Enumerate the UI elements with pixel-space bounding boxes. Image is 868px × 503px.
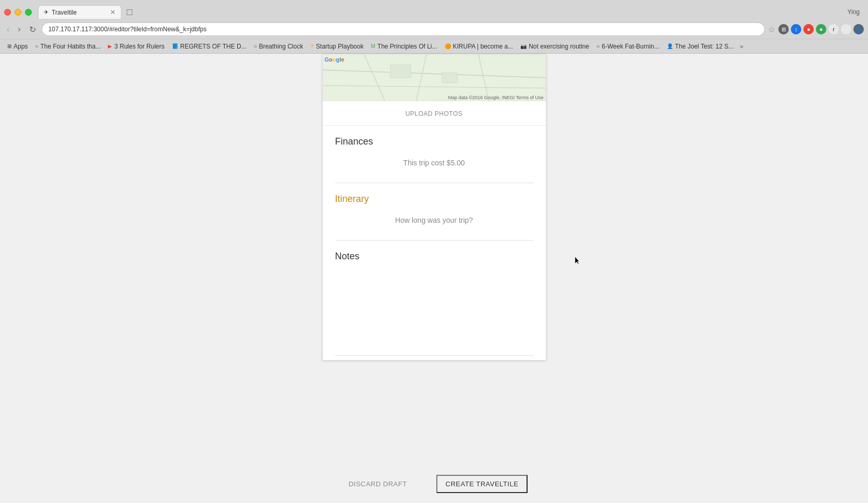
not-exercising-favicon: 📷 xyxy=(520,43,527,49)
breathing-clock-favicon: ○ xyxy=(254,43,257,49)
profile-icon[interactable]: 👤 xyxy=(853,24,864,34)
svg-rect-6 xyxy=(390,65,411,78)
bookmark-breathing-clock[interactable]: ○ Breathing Clock xyxy=(251,42,307,51)
bookmark-3-rules[interactable]: ▶ 3 Rules for Rulers xyxy=(105,42,167,51)
reload-button[interactable]: ↻ xyxy=(27,23,39,35)
google-logo: Google xyxy=(325,56,345,63)
title-bar: ✈ Traveltile ✕ □ Ying xyxy=(0,0,868,20)
page-content: Google Map data ©2016 Google, INEGI Term… xyxy=(0,54,868,503)
notes-title: Notes xyxy=(335,251,533,262)
bookmark-regrets[interactable]: 📘 REGRETS OF THE D... xyxy=(169,42,250,51)
bookmark-not-exercising[interactable]: 📷 Not exercising routine xyxy=(517,42,592,51)
extensions-icon[interactable]: ⊞ xyxy=(778,24,789,34)
toolbar-icons: ⊞ ↕ ● ● r 👤 xyxy=(778,24,864,34)
joel-test-favicon: 👤 xyxy=(667,43,673,49)
bookmark-startup-playbook-label: Startup Playbook xyxy=(316,43,363,50)
finances-section: Finances This trip cost $5.00 xyxy=(323,126,546,183)
bookmark-joel-test-label: The Joel Test: 12 S... xyxy=(675,43,734,50)
minimize-button[interactable] xyxy=(15,9,21,16)
maximize-button[interactable] xyxy=(25,9,32,16)
bookmark-startup-playbook[interactable]: Y Startup Playbook xyxy=(307,42,366,51)
itinerary-title: Itinerary xyxy=(335,194,533,205)
bookmark-kirupa[interactable]: 🟠 KIRUPA | become a... xyxy=(442,42,517,51)
app-icon-1[interactable]: ● xyxy=(803,24,814,34)
bookmark-principles[interactable]: M The Principles Of Li... xyxy=(368,42,440,51)
upload-photos-label: UPLOAD PHOTOS xyxy=(406,110,463,117)
bookmark-6-week[interactable]: ○ 6-Week Fat-Burnin... xyxy=(593,42,663,51)
close-button[interactable] xyxy=(4,9,11,16)
bookmark-principles-label: The Principles Of Li... xyxy=(377,43,437,50)
svg-rect-7 xyxy=(442,73,457,83)
bookmark-joel-test[interactable]: 👤 The Joel Test: 12 S... xyxy=(664,42,737,51)
finances-content: This trip cost $5.00 xyxy=(335,153,533,172)
bookmark-apps-label: Apps xyxy=(14,43,28,50)
discard-draft-button[interactable]: DISCARD DRAFT xyxy=(340,475,415,493)
regrets-favicon: 📘 xyxy=(172,43,178,49)
bookmark-3-rules-label: 3 Rules for Rulers xyxy=(114,43,164,50)
map-credit: Map data ©2016 Google, INEGI Terms of Us… xyxy=(448,95,543,100)
bookmark-kirupa-label: KIRUPA | become a... xyxy=(453,43,514,50)
tab-close-icon[interactable]: ✕ xyxy=(110,8,116,16)
create-traveltile-button[interactable]: CREATE TRAVELTILE xyxy=(436,475,528,493)
bookmark-breathing-clock-label: Breathing Clock xyxy=(259,43,303,50)
6-week-favicon: ○ xyxy=(596,43,600,49)
map-area: Google Map data ©2016 Google, INEGI Term… xyxy=(323,54,546,101)
finances-title: Finances xyxy=(335,136,533,147)
tab-title: Traveltile xyxy=(52,9,107,16)
3-rules-favicon: ▶ xyxy=(108,43,112,49)
app-icon-4[interactable] xyxy=(841,24,851,34)
app-icon-3[interactable]: r xyxy=(828,24,839,34)
user-name: Ying xyxy=(847,8,860,16)
startup-playbook-favicon: Y xyxy=(310,43,314,49)
principles-favicon: M xyxy=(371,43,375,49)
itinerary-content: How long was your trip? xyxy=(335,211,533,230)
notes-section: Notes xyxy=(323,241,546,355)
bottom-buttons: DISCARD DRAFT CREATE TRAVELTILE xyxy=(0,464,868,503)
tab-favicon: ✈ xyxy=(44,9,48,16)
bookmark-star-icon[interactable]: ☆ xyxy=(768,25,775,34)
bookmark-four-habits[interactable]: ○ The Four Habits tha... xyxy=(32,42,104,51)
window-controls xyxy=(4,9,32,16)
bookmarks-overflow-button[interactable]: » xyxy=(738,42,745,51)
address-bar: ‹ › ↻ ☆ ⊞ ↕ ● ● r 👤 xyxy=(0,20,868,39)
back-button[interactable]: ‹ xyxy=(4,23,12,35)
bookmark-not-exercising-label: Not exercising routine xyxy=(529,43,589,50)
kirupa-favicon: 🟠 xyxy=(445,43,451,49)
bookmark-regrets-label: REGRETS OF THE D... xyxy=(180,43,247,50)
itinerary-section: Itinerary How long was your trip? xyxy=(323,183,546,240)
tab-bar: ✈ Traveltile ✕ □ xyxy=(38,5,847,19)
browser-chrome: ✈ Traveltile ✕ □ Ying ‹ › ↻ ☆ ⊞ ↕ ● ● r … xyxy=(0,0,868,54)
bookmark-apps[interactable]: ⊞ Apps xyxy=(4,42,31,51)
active-tab[interactable]: ✈ Traveltile ✕ xyxy=(38,5,121,19)
sync-icon[interactable]: ↕ xyxy=(791,24,801,34)
svg-rect-0 xyxy=(323,54,546,101)
new-tab-button[interactable]: □ xyxy=(123,6,137,19)
url-input[interactable] xyxy=(42,22,765,36)
app-icon-2[interactable]: ● xyxy=(816,24,826,34)
bookmarks-bar: ⊞ Apps ○ The Four Habits tha... ▶ 3 Rule… xyxy=(0,39,868,53)
apps-favicon: ⊞ xyxy=(7,43,11,49)
bookmark-6-week-label: 6-Week Fat-Burnin... xyxy=(602,43,659,50)
forward-button[interactable]: › xyxy=(15,23,23,35)
main-card: Google Map data ©2016 Google, INEGI Term… xyxy=(322,54,546,361)
bookmark-four-habits-label: The Four Habits tha... xyxy=(40,43,101,50)
upload-photos-section[interactable]: UPLOAD PHOTOS xyxy=(323,101,546,126)
four-habits-favicon: ○ xyxy=(35,43,38,49)
